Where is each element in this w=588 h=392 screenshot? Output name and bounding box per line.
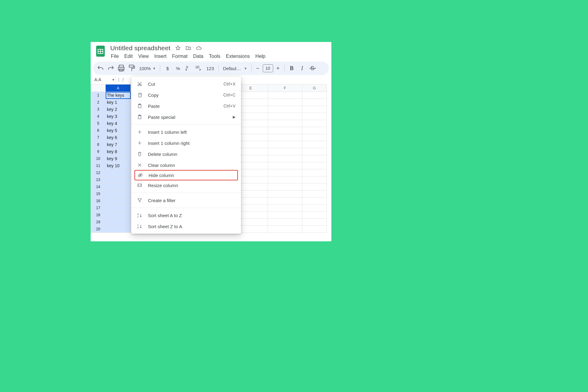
row-header[interactable]: 11: [91, 162, 106, 169]
ctx-hide-column[interactable]: Hide column: [135, 171, 235, 180]
cell[interactable]: [302, 92, 327, 99]
cell[interactable]: [302, 176, 327, 183]
cell[interactable]: [268, 212, 302, 219]
row-header[interactable]: 12: [91, 169, 106, 176]
cell[interactable]: [302, 183, 327, 190]
cell[interactable]: [302, 205, 327, 212]
row-header[interactable]: 1: [91, 92, 106, 99]
cell[interactable]: [302, 226, 327, 233]
cell[interactable]: [302, 198, 327, 205]
ctx-copy[interactable]: Copy Ctrl+C: [131, 89, 241, 100]
cell[interactable]: [268, 169, 302, 176]
cell[interactable]: [106, 198, 131, 205]
cell[interactable]: key 9: [106, 155, 131, 162]
ctx-cut[interactable]: Cut Ctrl+X: [131, 78, 241, 89]
menu-extensions[interactable]: Extensions: [226, 54, 250, 59]
cell[interactable]: [302, 148, 327, 155]
row-header[interactable]: 16: [91, 198, 106, 205]
row-header[interactable]: 2: [91, 99, 106, 106]
cell[interactable]: [268, 226, 302, 233]
font-size-increase[interactable]: +: [275, 65, 281, 72]
cell[interactable]: [268, 205, 302, 212]
cell[interactable]: [268, 155, 302, 162]
cell[interactable]: key 1: [106, 99, 131, 106]
cell[interactable]: [106, 205, 131, 212]
row-header[interactable]: 8: [91, 141, 106, 148]
cell[interactable]: [302, 99, 327, 106]
cell[interactable]: [268, 92, 302, 99]
star-icon[interactable]: [175, 45, 181, 51]
ctx-sort-za[interactable]: ZA Sort sheet Z to A: [131, 221, 241, 232]
print-icon[interactable]: [117, 64, 126, 73]
row-header[interactable]: 19: [91, 219, 106, 226]
bold-button[interactable]: B: [288, 64, 296, 73]
cell[interactable]: key 6: [106, 134, 131, 141]
ctx-resize-column[interactable]: Resize column: [131, 180, 241, 191]
cell[interactable]: [302, 190, 327, 198]
cell[interactable]: [268, 198, 302, 205]
cell[interactable]: [106, 190, 131, 198]
format-123[interactable]: 123: [205, 64, 215, 73]
cell[interactable]: [302, 212, 327, 219]
cell[interactable]: The keys: [106, 92, 131, 99]
row-header[interactable]: 10: [91, 155, 106, 162]
row-header[interactable]: 13: [91, 176, 106, 183]
cell[interactable]: [302, 127, 327, 134]
ctx-insert-right[interactable]: Insert 1 column right: [131, 138, 241, 149]
menu-tools[interactable]: Tools: [209, 54, 220, 59]
cell[interactable]: key 4: [106, 120, 131, 127]
redo-icon[interactable]: [107, 64, 115, 73]
name-box[interactable]: A:A ▼: [92, 76, 116, 83]
row-header[interactable]: 5: [91, 120, 106, 127]
font-size-input[interactable]: 10: [263, 64, 273, 72]
menu-edit[interactable]: Edit: [124, 54, 133, 59]
cell[interactable]: [268, 141, 302, 148]
cell[interactable]: key 7: [106, 141, 131, 148]
menu-help[interactable]: Help: [255, 54, 266, 59]
cell[interactable]: key 3: [106, 113, 131, 120]
cell[interactable]: [268, 183, 302, 190]
menu-view[interactable]: View: [138, 54, 149, 59]
cell[interactable]: [268, 99, 302, 106]
cell[interactable]: key 8: [106, 148, 131, 155]
cell[interactable]: key 5: [106, 127, 131, 134]
cell[interactable]: [268, 176, 302, 183]
row-header[interactable]: 20: [91, 226, 106, 233]
row-header[interactable]: 17: [91, 205, 106, 212]
document-title[interactable]: Untitled spreadsheet: [110, 44, 171, 52]
row-header[interactable]: 3: [91, 106, 106, 113]
row-header[interactable]: 14: [91, 183, 106, 190]
cell[interactable]: [302, 162, 327, 169]
cell[interactable]: [268, 190, 302, 198]
row-header[interactable]: 9: [91, 148, 106, 155]
ctx-delete-column[interactable]: Delete column: [131, 149, 241, 160]
format-percent[interactable]: %: [174, 64, 182, 73]
strike-button[interactable]: S: [308, 64, 317, 73]
cloud-status-icon[interactable]: [196, 45, 202, 51]
fx-input[interactable]: ƒ: [122, 77, 124, 82]
ctx-clear-column[interactable]: Clear column: [131, 160, 241, 171]
ctx-insert-left[interactable]: Insert 1 column left: [131, 126, 241, 138]
font-size-decrease[interactable]: −: [255, 65, 261, 72]
ctx-paste-special[interactable]: Paste special ▶: [131, 111, 241, 123]
cell[interactable]: [268, 148, 302, 155]
cell[interactable]: [268, 113, 302, 120]
row-header[interactable]: 4: [91, 113, 106, 120]
column-header-G[interactable]: G: [302, 85, 327, 92]
italic-button[interactable]: I: [298, 64, 307, 73]
cell[interactable]: [106, 183, 131, 190]
cell[interactable]: [268, 162, 302, 169]
cell[interactable]: [106, 176, 131, 183]
font-family-select[interactable]: Defaul…▼: [222, 66, 248, 71]
cell[interactable]: [268, 219, 302, 226]
cell[interactable]: [106, 169, 131, 176]
row-header[interactable]: 6: [91, 127, 106, 134]
select-all-corner[interactable]: [91, 85, 106, 92]
move-folder-icon[interactable]: [185, 45, 191, 51]
cell[interactable]: [268, 106, 302, 113]
cell[interactable]: [302, 219, 327, 226]
cell[interactable]: [302, 120, 327, 127]
decrease-decimal-icon[interactable]: .0: [184, 64, 193, 73]
increase-decimal-icon[interactable]: .00: [194, 64, 203, 73]
cell[interactable]: [106, 212, 131, 219]
